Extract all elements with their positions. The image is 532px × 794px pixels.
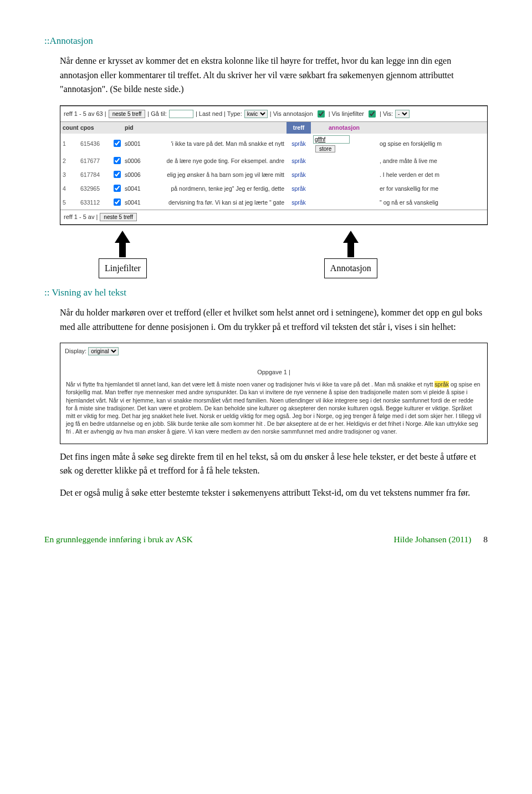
kwic-toolbar-top: reff 1 - 5 av 63 | neste 5 treff | Gå ti…	[60, 106, 487, 122]
next-results-button[interactable]: neste 5 treff	[100, 213, 137, 221]
row-n: 4	[60, 182, 78, 196]
arrow-up-icon	[343, 231, 359, 243]
fulltext-body: Når vi flytte fra hjemlandet til annet l…	[60, 380, 487, 443]
row-n: 5	[60, 196, 78, 210]
kwic-table: count cpos pid treff annotasjon 1 615436…	[60, 122, 487, 210]
callout-linjefilter: Linjefilter	[99, 231, 147, 278]
paragraph: Det fins ingen måte å søke seg direkte f…	[60, 450, 488, 478]
row-check	[109, 154, 122, 168]
col-treff: treff	[287, 122, 311, 134]
callout-label: Annotasjon	[324, 258, 377, 278]
page-number: 8	[483, 535, 488, 544]
annotasjon-input[interactable]	[313, 135, 350, 144]
kwic-row: 5 633112 s0041 dervisning fra før. Vi ka…	[60, 196, 487, 210]
section-header-visning: :: Visning av hel tekst	[44, 285, 488, 300]
row-annot	[311, 196, 377, 210]
row-n: 2	[60, 154, 78, 168]
row-annot	[311, 154, 377, 168]
row-left: på nordmenn, tenke jeg" Jeg er ferdig, d…	[148, 182, 287, 196]
row-right: , andre måte å live me	[377, 154, 487, 168]
row-left: de å lære nye gode ting. For eksempel. a…	[148, 154, 287, 168]
col-count: count	[60, 122, 78, 134]
row-cpos: 617677	[78, 154, 109, 168]
row-match[interactable]: språk	[287, 196, 311, 210]
row-check	[109, 196, 122, 210]
store-button[interactable]: store	[315, 145, 335, 152]
kwic-row: 4 632965 s0041 på nordmenn, tenke jeg" J…	[60, 182, 487, 196]
row-cpos: 633112	[78, 196, 109, 210]
results-range-bottom: reff 1 - 5 av |	[64, 212, 98, 222]
footer-right: Hilde Johansen (2011)	[394, 535, 472, 544]
arrow-stem-icon	[119, 243, 126, 257]
row-match[interactable]: språk	[287, 182, 311, 196]
row-cpos: 617784	[78, 168, 109, 182]
vis-linjefilter-checkbox[interactable]	[369, 110, 376, 118]
kwic-toolbar-bottom: reff 1 - 5 av | neste 5 treff	[60, 210, 487, 225]
row-match[interactable]: språk	[287, 168, 311, 182]
col-right	[377, 122, 487, 134]
row-annot	[311, 182, 377, 196]
row-pid: s0041	[122, 196, 148, 210]
col-annotasjon: annotasjon	[311, 122, 377, 134]
row-check	[109, 168, 122, 182]
vis-annot-label: | Vis annotasjon	[270, 109, 313, 119]
download-type-label: | Last ned | Type:	[196, 109, 242, 119]
row-cpos: 632965	[78, 182, 109, 196]
linjefilter-checkbox[interactable]	[114, 171, 121, 178]
col-check	[109, 122, 122, 134]
fulltext-after: og spise en forskjellig mat. Man treffer…	[66, 381, 481, 435]
fulltext-screenshot: Display: original Oppgave 1 | Når vi fly…	[60, 343, 488, 444]
display-select[interactable]: original	[88, 347, 119, 355]
vis-select[interactable]: -	[395, 110, 410, 118]
footer-left: En grunnleggende innføring i bruk av ASK	[44, 533, 193, 547]
page-footer: En grunnleggende innføring i bruk av ASK…	[44, 533, 488, 547]
paragraph: Det er også mulig å søke etter bestemte …	[60, 486, 488, 500]
row-n: 1	[60, 134, 78, 155]
goto-input[interactable]	[169, 110, 193, 118]
linjefilter-checkbox[interactable]	[114, 185, 121, 192]
kwic-header-row: count cpos pid treff annotasjon	[60, 122, 487, 134]
row-right: . I hele verden er det m	[377, 168, 487, 182]
type-select[interactable]: kwic	[244, 110, 268, 118]
kwic-row: 3 617784 s0006 elig jeg ønsker å ha barn…	[60, 168, 487, 182]
vis-annotasjon-checkbox[interactable]	[318, 110, 325, 118]
display-label: Display:	[65, 348, 86, 354]
highlighted-word: språk	[434, 381, 449, 388]
row-pid: s0006	[122, 168, 148, 182]
paragraph: Når denne er krysset av kommer det en ek…	[60, 54, 488, 96]
callout-label: Linjefilter	[99, 258, 147, 278]
row-left: elig jeg ønsker å ha barn som jeg vil læ…	[148, 168, 287, 182]
results-range: reff 1 - 5 av 63 |	[64, 109, 106, 119]
oppgave-title: Oppgave 1 |	[60, 368, 487, 378]
col-cpos: cpos	[78, 122, 109, 134]
col-pid: pid	[122, 122, 148, 134]
row-check	[109, 182, 122, 196]
row-pid: s0001	[122, 134, 148, 155]
row-pid: s0041	[122, 182, 148, 196]
kwic-row: 2 617677 s0006 de å lære nye gode ting. …	[60, 154, 487, 168]
row-right: " og nå er så vanskelig	[377, 196, 487, 210]
kwic-row: 1 615436 s0001 'i ikke ta vare på det. M…	[60, 134, 487, 155]
linjefilter-checkbox[interactable]	[114, 157, 121, 164]
kwic-screenshot: reff 1 - 5 av 63 | neste 5 treff | Gå ti…	[60, 105, 488, 225]
linjefilter-checkbox[interactable]	[114, 140, 121, 147]
row-left: dervisning fra før. Vi kan si at jeg lær…	[148, 196, 287, 210]
row-match[interactable]: språk	[287, 154, 311, 168]
goto-label: | Gå til:	[147, 109, 167, 119]
linjefilter-checkbox[interactable]	[114, 198, 121, 206]
row-match[interactable]: språk	[287, 134, 311, 155]
col-left	[148, 122, 287, 134]
fulltext-before: Når vi flytte fra hjemlandet til annet l…	[66, 381, 434, 388]
row-left: 'i ikke ta vare på det. Man må snakke et…	[148, 134, 287, 155]
row-annot: store	[311, 134, 377, 155]
row-check	[109, 134, 122, 155]
row-annot	[311, 168, 377, 182]
arrow-stem-icon	[347, 243, 354, 257]
row-pid: s0006	[122, 154, 148, 168]
row-cpos: 615436	[78, 134, 109, 155]
next-results-button[interactable]: neste 5 treff	[109, 110, 146, 118]
row-right: er for vanskellig for me	[377, 182, 487, 196]
callout-row: Linjefilter Annotasjon	[60, 231, 488, 278]
vis-linje-label: | Vis linjefilter	[329, 109, 364, 119]
section-header-annotasjon: ::Annotasjon	[44, 33, 488, 48]
